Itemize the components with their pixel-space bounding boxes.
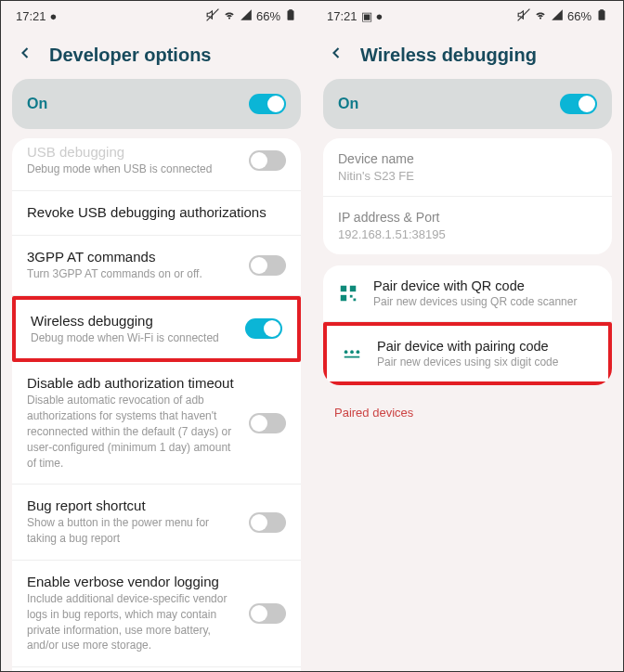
pair-code-subtitle: Pair new devices using six digit code	[377, 355, 593, 368]
wireless-debugging-screen: 17:21 ▣ ● 66% Wireless debugging On Devi…	[312, 1, 623, 671]
header: Developer options	[1, 31, 312, 79]
mute-icon	[517, 8, 530, 24]
battery-icon	[595, 8, 608, 24]
svg-rect-10	[354, 299, 357, 302]
bug-report-shortcut-item[interactable]: Bug report shortcut Show a button in the…	[12, 485, 301, 561]
disable-adb-timeout-item[interactable]: Disable adb authorization timeout Disabl…	[12, 362, 301, 485]
bug-report-toggle[interactable]	[249, 512, 286, 533]
on-toggle-section[interactable]: On	[12, 79, 301, 129]
battery-text: 66%	[256, 9, 280, 23]
image-notification-icon: ▣	[361, 9, 372, 23]
pair-qr-subtitle: Pair new devices using QR code scanner	[373, 295, 597, 308]
svg-point-12	[350, 350, 354, 354]
svg-rect-2	[289, 9, 292, 11]
on-label: On	[27, 96, 47, 112]
qr-code-icon	[338, 283, 358, 304]
svg-rect-5	[600, 9, 604, 11]
status-bar: 17:21 ● 66%	[1, 1, 312, 31]
ip-port-label: IP address & Port	[338, 210, 597, 225]
usb-debugging-toggle[interactable]	[249, 150, 286, 171]
page-title: Developer options	[49, 45, 211, 66]
disable-adb-timeout-toggle[interactable]	[249, 413, 286, 433]
passcode-icon	[342, 343, 362, 364]
header: Wireless debugging	[312, 31, 623, 79]
view-attribute-inspection-item[interactable]: Enable view attribute inspection	[12, 667, 301, 671]
svg-rect-6	[341, 286, 346, 291]
verbose-logging-toggle[interactable]	[249, 603, 286, 624]
wireless-content: Device name Nitin's S23 FE IP address & …	[312, 138, 623, 671]
svg-point-13	[357, 350, 360, 354]
svg-rect-9	[350, 295, 353, 298]
device-name-value: Nitin's S23 FE	[338, 169, 597, 183]
svg-rect-4	[599, 10, 605, 19]
back-icon[interactable]	[16, 44, 34, 66]
back-icon[interactable]	[327, 44, 345, 66]
status-time: 17:21	[16, 9, 46, 23]
wireless-debugging-toggle[interactable]	[245, 318, 282, 339]
status-bar: 17:21 ▣ ● 66%	[312, 1, 623, 31]
master-toggle[interactable]	[560, 94, 597, 114]
pair-code-item[interactable]: Pair device with pairing code Pair new d…	[323, 322, 612, 385]
notification-dot-icon: ●	[376, 9, 384, 23]
usb-debugging-item[interactable]: USB debugging Debug mode when USB is con…	[12, 138, 301, 191]
master-toggle[interactable]	[249, 94, 286, 114]
svg-point-11	[344, 350, 348, 354]
svg-rect-1	[288, 10, 294, 19]
page-title: Wireless debugging	[360, 45, 537, 66]
wireless-debugging-item[interactable]: Wireless debugging Debug mode when Wi-Fi…	[12, 296, 301, 363]
signal-icon	[551, 8, 564, 24]
pair-code-title: Pair device with pairing code	[377, 339, 593, 354]
3gpp-item[interactable]: 3GPP AT commands Turn 3GPP AT commands o…	[12, 236, 301, 296]
verbose-vendor-logging-item[interactable]: Enable verbose vendor logging Include ad…	[12, 561, 301, 667]
wifi-icon	[223, 8, 236, 24]
ip-port-section[interactable]: IP address & Port 192.168.1.51:38195	[323, 197, 612, 254]
status-time: 17:21	[327, 9, 358, 23]
pair-qr-title: Pair device with QR code	[373, 278, 597, 293]
mute-icon	[206, 8, 219, 24]
svg-rect-8	[341, 295, 346, 301]
on-label: On	[338, 96, 358, 112]
developer-options-screen: 17:21 ● 66% Developer options On USB deb…	[1, 1, 312, 671]
revoke-usb-item[interactable]: Revoke USB debugging authorizations	[12, 191, 301, 236]
battery-text: 66%	[567, 9, 592, 23]
ip-port-value: 192.168.1.51:38195	[338, 227, 597, 241]
paired-devices-label: Paired devices	[312, 396, 623, 429]
notification-dot-icon: ●	[50, 9, 58, 23]
3gpp-toggle[interactable]	[249, 255, 286, 276]
battery-icon	[284, 8, 297, 24]
signal-icon	[240, 8, 253, 24]
wifi-icon	[534, 8, 547, 24]
pair-qr-item[interactable]: Pair device with QR code Pair new device…	[323, 265, 612, 322]
settings-list: USB debugging Debug mode when USB is con…	[1, 138, 312, 671]
on-toggle-section[interactable]: On	[323, 79, 612, 129]
device-name-section[interactable]: Device name Nitin's S23 FE	[323, 138, 612, 197]
svg-rect-7	[350, 286, 356, 291]
device-name-label: Device name	[338, 151, 597, 166]
